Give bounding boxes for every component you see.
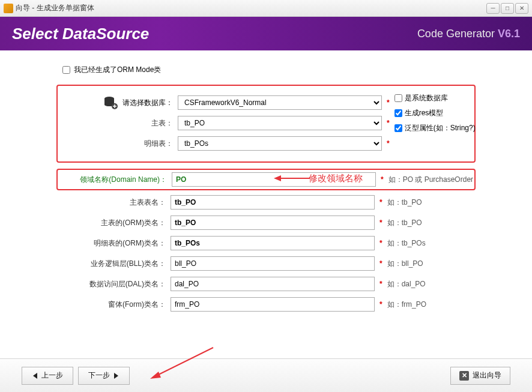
detail-orm-input[interactable] [171,236,375,250]
content: 我已经生成了ORM Mode类 请选择数据库： [0,50,532,358]
res-model-option[interactable]: 生成res模型 [394,108,476,118]
datasource-group: 请选择数据库： CSFrameworkV6_Normal * 主表： tb_PO [56,85,476,163]
system-db-checkbox[interactable] [394,94,402,102]
form-row: 窗体(Form)类名： * 如：frm_PO [56,296,476,313]
database-row: 请选择数据库： CSFrameworkV6_Normal * [64,94,394,111]
master-tablename-row: 主表表名： * 如：tb_PO [56,194,476,211]
system-db-option[interactable]: 是系统数据库 [394,93,476,103]
required-marker: * [387,119,390,127]
next-button[interactable]: 下一步 [78,367,130,385]
orm-mode-checkbox[interactable] [62,66,70,74]
master-table-row: 主表： tb_PO * [64,115,394,131]
required-marker: * [387,98,390,107]
master-orm-input[interactable] [171,216,375,230]
detail-orm-row: 明细表的(ORM)类名： * 如：tb_POs [56,235,476,252]
banner: Select DataSource Code Generator V6.1 [0,17,532,50]
exit-button[interactable]: ✕ 退出向导 [450,367,510,385]
close-icon: ✕ [459,371,469,381]
app-icon [4,4,13,13]
prev-button[interactable]: 上一步 [22,367,73,385]
database-label: 请选择数据库： [122,98,173,108]
database-select[interactable]: CSFrameworkV6_Normal [178,95,382,110]
orm-mode-label: 我已经生成了ORM Mode类 [74,65,161,75]
triangle-right-icon [112,372,119,379]
domain-name-input[interactable] [172,172,376,187]
res-model-checkbox[interactable] [394,109,402,117]
master-tablename-input[interactable] [171,195,375,210]
minimize-button[interactable]: ─ [486,3,500,14]
form-input[interactable] [171,297,375,312]
svg-marker-8 [150,372,161,379]
master-table-select[interactable]: tb_PO [178,116,382,130]
generic-option[interactable]: 泛型属性(如：String?) [394,123,476,133]
bll-row: 业务逻辑层(BLL)类名： * 如：bll_PO [56,255,476,272]
titlebar: 向导 - 生成业务单据窗体 ─ □ ✕ [0,0,532,17]
detail-table-select[interactable]: tb_POs [178,136,382,151]
class-names-group: 主表表名： * 如：tb_PO 主表的(ORM)类名： * 如：tb_PO 明细… [56,194,476,313]
footer: 上一步 下一步 ✕ 退出向导 [0,358,532,392]
master-table-label: 主表： [64,118,178,128]
bll-input[interactable] [171,256,375,271]
dal-row: 数据访问层(DAL)类名： * 如：dal_PO [56,276,476,292]
master-orm-row: 主表的(ORM)类名： * 如：tb_PO [56,214,476,231]
detail-table-label: 明细表： [64,139,178,149]
required-marker: * [387,139,390,148]
triangle-left-icon [32,372,39,379]
svg-marker-6 [114,373,118,379]
page-title: Select DataSource [12,25,417,43]
domain-name-hint: 如：PO 或 PurchaseOrder [388,175,473,185]
svg-marker-5 [33,373,37,379]
dal-input[interactable] [171,277,375,291]
maximize-button[interactable]: □ [501,3,514,14]
options-group: 是系统数据库 生成res模型 泛型属性(如：String?) [394,91,476,155]
close-button[interactable]: ✕ [515,3,528,14]
orm-mode-row: 我已经生成了ORM Mode类 [62,65,524,75]
database-icon [102,95,119,110]
required-marker: * [381,175,384,184]
domain-name-group: 领域名称(Domain Name)： * 如：PO 或 PurchaseOrde… [56,169,476,190]
detail-table-row: 明细表： tb_POs * [64,135,394,152]
window-buttons: ─ □ ✕ [486,3,528,14]
window-title: 向导 - 生成业务单据窗体 [16,3,486,13]
domain-name-label: 领域名称(Domain Name)： [58,175,172,185]
version-label: V6.1 [498,28,520,40]
brand-label: Code Generator V6.1 [417,28,520,40]
generic-checkbox[interactable] [394,124,402,132]
